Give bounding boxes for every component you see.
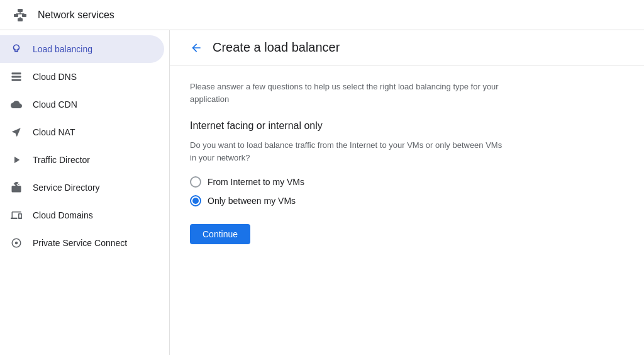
cloud-dns-icon <box>10 70 23 83</box>
section-title: Internet facing or internal only <box>190 120 624 132</box>
sidebar-label-load-balancing: Load balancing <box>33 44 92 54</box>
sidebar-label-service-directory: Service Directory <box>33 183 100 193</box>
header-title: Network services <box>38 9 114 21</box>
continue-button[interactable]: Continue <box>190 224 250 244</box>
radio-option-internet[interactable]: From Internet to my VMs <box>190 176 624 188</box>
cloud-cdn-icon <box>10 98 23 111</box>
main-layout: Load balancing Cloud DNS Cloud CDN <box>0 30 644 355</box>
sidebar: Load balancing Cloud DNS Cloud CDN <box>0 30 170 355</box>
sidebar-item-load-balancing[interactable]: Load balancing <box>0 35 164 63</box>
sidebar-item-cloud-domains[interactable]: Cloud Domains <box>0 201 164 229</box>
svg-rect-0 <box>18 9 23 12</box>
radio-circle-internet <box>190 176 201 188</box>
svg-rect-9 <box>12 76 21 78</box>
sidebar-label-traffic-director: Traffic Director <box>33 155 90 165</box>
service-directory-icon <box>10 181 23 194</box>
private-service-connect-icon <box>10 237 23 249</box>
radio-label-internet: From Internet to my VMs <box>208 177 304 187</box>
content-area: Create a load balancer Please answer a f… <box>170 30 644 355</box>
svg-rect-8 <box>12 72 21 74</box>
sidebar-label-cloud-domains: Cloud Domains <box>33 210 93 220</box>
sidebar-item-service-directory[interactable]: Service Directory <box>0 174 164 201</box>
sidebar-label-cloud-cdn: Cloud CDN <box>33 99 77 110</box>
svg-rect-3 <box>18 18 23 21</box>
sidebar-label-cloud-dns: Cloud DNS <box>33 72 77 82</box>
intro-text: Please answer a few questions to help us… <box>190 81 504 105</box>
radio-circle-internal <box>190 195 201 206</box>
section-desc: Do you want to load balance traffic from… <box>190 139 504 164</box>
cloud-domains-icon <box>10 209 23 222</box>
page-title: Create a load balancer <box>213 40 340 55</box>
sidebar-item-cloud-nat[interactable]: Cloud NAT <box>0 118 164 146</box>
app-header: Network services <box>0 0 644 30</box>
radio-label-internal: Only between my VMs <box>208 196 296 206</box>
cloud-nat-icon <box>10 126 23 138</box>
sidebar-label-cloud-nat: Cloud NAT <box>33 127 75 137</box>
content-body: Please answer a few questions to help us… <box>170 65 644 259</box>
svg-rect-10 <box>12 79 21 81</box>
network-services-icon <box>10 5 30 25</box>
content-header: Create a load balancer <box>170 30 644 65</box>
sidebar-item-traffic-director[interactable]: Traffic Director <box>0 146 164 174</box>
sidebar-item-cloud-dns[interactable]: Cloud DNS <box>0 63 164 91</box>
svg-point-12 <box>15 242 18 245</box>
sidebar-item-cloud-cdn[interactable]: Cloud CDN <box>0 91 164 118</box>
load-balancing-icon <box>10 43 23 55</box>
radio-option-internal[interactable]: Only between my VMs <box>190 195 624 206</box>
sidebar-label-private-service-connect: Private Service Connect <box>33 238 127 248</box>
back-button[interactable] <box>185 37 208 59</box>
traffic-director-icon <box>10 154 23 166</box>
sidebar-item-private-service-connect[interactable]: Private Service Connect <box>0 229 164 257</box>
radio-group: From Internet to my VMs Only between my … <box>190 176 624 206</box>
